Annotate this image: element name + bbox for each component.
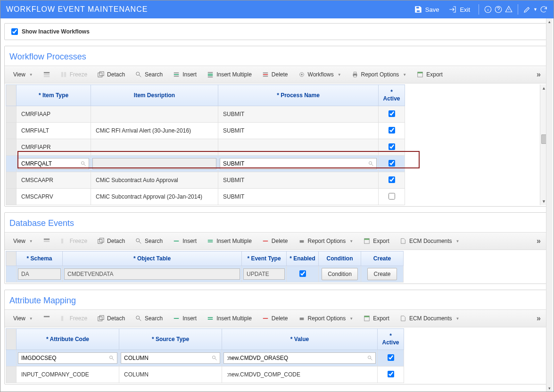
- insert-multiple-button[interactable]: Insert Multiple: [202, 313, 256, 324]
- svg-rect-40: [263, 241, 268, 242]
- enabled-checkbox[interactable]: [299, 270, 306, 277]
- export-button[interactable]: Export: [359, 313, 394, 324]
- help-icon[interactable]: [494, 5, 503, 14]
- active-checkbox[interactable]: [388, 354, 394, 361]
- svg-point-48: [136, 316, 140, 319]
- svg-rect-50: [208, 317, 213, 318]
- svg-rect-44: [44, 316, 50, 317]
- search-button[interactable]: Search: [131, 236, 167, 246]
- format-icon: [43, 238, 50, 244]
- view-menu[interactable]: View▼: [8, 313, 38, 324]
- detach-button[interactable]: Detach: [93, 69, 130, 80]
- format-button[interactable]: [39, 236, 55, 246]
- active-checkbox[interactable]: [389, 160, 395, 167]
- col-item-desc[interactable]: Item Desription: [91, 85, 218, 106]
- col-enabled[interactable]: * Enabled: [287, 251, 319, 266]
- document-icon: [400, 315, 406, 322]
- export-button[interactable]: Export: [359, 236, 394, 246]
- insert-multiple-button[interactable]: Insert Multiple: [202, 236, 256, 246]
- format-button[interactable]: [39, 69, 55, 80]
- col-value[interactable]: * Value: [222, 329, 378, 350]
- value-input[interactable]: [223, 352, 376, 364]
- svg-rect-53: [299, 317, 304, 320]
- svg-rect-21: [263, 76, 268, 77]
- table-row[interactable]: CMRFIALTCMiC RFI Arrival Alert (30-June-…: [6, 123, 405, 139]
- toolbar-overflow[interactable]: »: [534, 70, 544, 79]
- report-options-button[interactable]: Report Options▼: [347, 69, 412, 80]
- col-attr-code[interactable]: * Attribute Code: [17, 329, 119, 350]
- col-event-type[interactable]: * Event Type: [242, 251, 287, 266]
- save-button[interactable]: Save: [410, 3, 443, 16]
- refresh-icon[interactable]: [539, 5, 548, 14]
- insert-button[interactable]: Insert: [168, 236, 201, 246]
- active-checkbox[interactable]: [389, 110, 395, 117]
- alert-icon[interactable]: [504, 5, 513, 14]
- col-process-name[interactable]: * Process Name: [218, 85, 379, 106]
- page-scrollbar[interactable]: ▴ ▾: [546, 18, 553, 392]
- svg-rect-45: [61, 316, 63, 321]
- insert-button[interactable]: Insert: [168, 313, 201, 324]
- col-active[interactable]: * Active: [379, 85, 405, 106]
- detach-button[interactable]: Detach: [93, 236, 130, 246]
- export-icon: [364, 238, 370, 244]
- table-row[interactable]: CMSCAAPRCMiC Subcontract Auto ApprovalSU…: [6, 172, 405, 189]
- active-checkbox[interactable]: [389, 193, 395, 200]
- exit-button[interactable]: Exit: [445, 3, 474, 16]
- delete-button[interactable]: Delete: [257, 69, 293, 80]
- format-button[interactable]: [39, 313, 55, 324]
- active-checkbox[interactable]: [388, 371, 394, 377]
- report-options-button[interactable]: Report Options▼: [294, 236, 358, 246]
- report-options-button[interactable]: Report Options▼: [294, 313, 358, 324]
- ecm-documents-button[interactable]: ECM Documents▼: [395, 236, 464, 246]
- show-inactive-checkbox[interactable]: [11, 28, 18, 35]
- attribute-mapping-panel: Attribute Mapping View▼ Freeze Detach Se…: [4, 290, 548, 384]
- condition-button[interactable]: Condition: [322, 268, 358, 280]
- attr-code-input[interactable]: [18, 352, 117, 364]
- svg-rect-1: [416, 10, 420, 13]
- delete-button[interactable]: Delete: [257, 236, 293, 246]
- toolbar-overflow[interactable]: »: [534, 314, 544, 323]
- svg-rect-12: [174, 73, 179, 74]
- col-source-type[interactable]: * Source Type: [119, 329, 222, 350]
- insert-button[interactable]: Insert: [168, 69, 201, 80]
- table-row[interactable]: CMRFIAPR: [6, 139, 405, 156]
- info-icon[interactable]: [484, 5, 492, 14]
- table-row[interactable]: Condition Create: [6, 266, 404, 283]
- toolbar-overflow[interactable]: »: [534, 237, 544, 245]
- scroll-down-icon[interactable]: ▾: [546, 385, 553, 392]
- source-type-input[interactable]: [121, 352, 220, 364]
- dropdown-caret-icon[interactable]: ▼: [533, 7, 537, 12]
- active-checkbox[interactable]: [389, 143, 395, 150]
- table-row[interactable]: CMRFIAAPSUBMIT: [6, 106, 405, 123]
- workflows-button[interactable]: Workflows▼: [294, 69, 346, 80]
- svg-rect-7: [61, 72, 63, 77]
- process-name-input[interactable]: [220, 158, 377, 169]
- col-create[interactable]: Create: [361, 251, 404, 266]
- create-button[interactable]: Create: [367, 268, 397, 280]
- col-condition[interactable]: Condition: [319, 251, 361, 266]
- freeze-button: Freeze: [56, 236, 92, 246]
- view-menu[interactable]: View▼: [8, 69, 38, 80]
- insert-multiple-button[interactable]: Insert Multiple: [202, 69, 256, 80]
- col-active[interactable]: * Active: [378, 329, 404, 350]
- table-row[interactable]: CMSCAPRVCMiC Subcontract Approval (20-Ja…: [6, 189, 405, 205]
- col-object-table[interactable]: * Object Table: [63, 251, 242, 266]
- col-item-type[interactable]: * Item Type: [17, 85, 91, 106]
- edit-icon[interactable]: [523, 5, 531, 14]
- scroll-up-icon[interactable]: ▴: [546, 18, 553, 25]
- view-menu[interactable]: View▼: [8, 236, 38, 246]
- delete-button[interactable]: Delete: [257, 313, 293, 324]
- col-schema[interactable]: * Schema: [17, 251, 63, 266]
- search-button[interactable]: Search: [131, 69, 167, 80]
- search-button[interactable]: Search: [131, 313, 167, 324]
- detach-button[interactable]: Detach: [93, 313, 130, 324]
- ecm-documents-button[interactable]: ECM Documents▼: [395, 313, 464, 324]
- active-checkbox[interactable]: [389, 127, 395, 133]
- table-row[interactable]: [6, 350, 404, 367]
- item-type-input[interactable]: [18, 158, 89, 169]
- table-row[interactable]: INPUT_COMPANY_CODE COLUMN :new.CMDVD_COM…: [6, 367, 404, 383]
- table-row[interactable]: [6, 156, 405, 172]
- export-button[interactable]: Export: [412, 69, 447, 80]
- export-icon: [417, 71, 423, 78]
- active-checkbox[interactable]: [389, 176, 395, 183]
